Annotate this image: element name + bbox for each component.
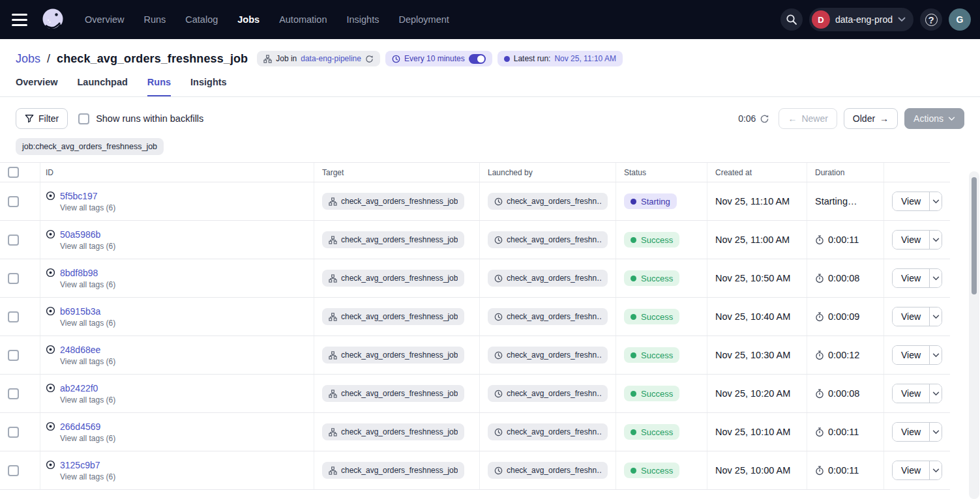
- run-id-link[interactable]: 8bdf8b98: [60, 268, 98, 278]
- row-menu-button[interactable]: [929, 307, 942, 326]
- launched-by-pill[interactable]: check_avg_orders_freshn…: [488, 193, 608, 210]
- job-graph-icon: [329, 274, 337, 283]
- filter-button[interactable]: Filter: [16, 108, 68, 129]
- older-button[interactable]: Older →: [844, 108, 898, 129]
- reload-icon[interactable]: [365, 55, 374, 63]
- nav-item-runs[interactable]: Runs: [143, 14, 166, 25]
- launched-by-pill[interactable]: check_avg_orders_freshn…: [488, 462, 608, 479]
- target-pill[interactable]: check_avg_orders_freshness_job: [322, 270, 464, 287]
- view-all-tags-link[interactable]: View all tags (6): [60, 280, 115, 289]
- backfills-checkbox[interactable]: [78, 113, 89, 124]
- target-pill[interactable]: check_avg_orders_freshness_job: [322, 193, 464, 210]
- table-row: ab2422f0 View all tags (6) check_avg_ord…: [0, 375, 950, 413]
- run-id-link[interactable]: ab2422f0: [60, 383, 98, 393]
- pipeline-link[interactable]: data-eng-pipeline: [301, 54, 361, 63]
- view-run-button[interactable]: View: [893, 192, 929, 210]
- view-run-button[interactable]: View: [893, 384, 929, 403]
- launched-by-pill[interactable]: check_avg_orders_freshn…: [488, 270, 608, 287]
- launched-by-pill-label: check_avg_orders_freshn…: [507, 389, 601, 398]
- search-button[interactable]: [780, 8, 803, 31]
- row-checkbox[interactable]: [8, 465, 19, 476]
- target-pill[interactable]: check_avg_orders_freshness_job: [322, 308, 464, 325]
- clock-icon: [494, 466, 503, 475]
- row-checkbox[interactable]: [8, 196, 19, 207]
- run-id-link[interactable]: 266d4569: [60, 421, 100, 432]
- dagster-logo-icon[interactable]: [39, 6, 67, 33]
- run-id-link[interactable]: 3125c9b7: [60, 460, 100, 470]
- breadcrumb-jobs-link[interactable]: Jobs: [16, 52, 40, 66]
- run-id-link[interactable]: 248d68ee: [60, 345, 100, 355]
- view-all-tags-link[interactable]: View all tags (6): [60, 242, 115, 251]
- latest-run-time-link[interactable]: Nov 25, 11:10 AM: [554, 54, 616, 63]
- help-button[interactable]: ?: [920, 8, 942, 31]
- view-run-button[interactable]: View: [893, 461, 929, 479]
- target-pill[interactable]: check_avg_orders_freshness_job: [322, 231, 464, 248]
- nav-item-overview[interactable]: Overview: [85, 14, 124, 25]
- status-label: Success: [641, 312, 673, 322]
- run-id-link[interactable]: 5f5bc197: [60, 191, 98, 201]
- nav-item-jobs[interactable]: Jobs: [237, 14, 260, 25]
- nav-item-catalog[interactable]: Catalog: [185, 14, 218, 25]
- view-all-tags-link[interactable]: View all tags (6): [60, 434, 115, 443]
- row-checkbox[interactable]: [8, 273, 19, 284]
- run-target-icon: [46, 306, 55, 316]
- nav-item-deployment[interactable]: Deployment: [398, 14, 449, 25]
- view-all-tags-link[interactable]: View all tags (6): [60, 319, 115, 328]
- tab-insights[interactable]: Insights: [190, 77, 227, 96]
- view-run-button[interactable]: View: [893, 346, 929, 364]
- view-all-tags-link[interactable]: View all tags (6): [60, 472, 115, 481]
- newer-button[interactable]: ← Newer: [779, 108, 837, 129]
- row-checkbox[interactable]: [8, 311, 19, 322]
- row-menu-button[interactable]: [929, 269, 942, 287]
- tab-overview[interactable]: Overview: [16, 77, 58, 96]
- backfills-checkbox-row[interactable]: Show runs within backfills: [78, 113, 203, 124]
- job-filter-tag[interactable]: job:check_avg_orders_freshness_job: [16, 138, 164, 155]
- launched-by-pill[interactable]: check_avg_orders_freshn…: [488, 347, 608, 364]
- user-avatar[interactable]: G: [949, 8, 971, 31]
- view-all-tags-link[interactable]: View all tags (6): [60, 395, 115, 405]
- row-menu-button[interactable]: [929, 192, 942, 210]
- launched-by-pill[interactable]: check_avg_orders_freshn…: [488, 231, 608, 248]
- view-run-button[interactable]: View: [893, 269, 929, 287]
- schedule-toggle[interactable]: [469, 54, 486, 64]
- table-row: 3125c9b7 View all tags (6) check_avg_ord…: [0, 451, 950, 490]
- view-run-button[interactable]: View: [893, 231, 929, 249]
- actions-button[interactable]: Actions: [904, 108, 964, 129]
- tab-launchpad[interactable]: Launchpad: [78, 77, 128, 96]
- row-menu-button[interactable]: [929, 346, 942, 364]
- vertical-scrollbar-thumb[interactable]: [972, 177, 977, 294]
- tab-runs[interactable]: Runs: [147, 77, 171, 96]
- view-all-tags-link[interactable]: View all tags (6): [60, 357, 115, 366]
- row-actions: View: [892, 307, 942, 326]
- select-all-checkbox[interactable]: [8, 167, 19, 178]
- row-menu-button[interactable]: [929, 423, 942, 441]
- target-pill[interactable]: check_avg_orders_freshness_job: [322, 462, 464, 479]
- run-id-link[interactable]: b6915b3a: [60, 306, 100, 317]
- status-label: Success: [641, 427, 673, 437]
- status-dot-icon: [631, 391, 636, 397]
- nav-item-automation[interactable]: Automation: [279, 14, 327, 25]
- launched-by-pill[interactable]: check_avg_orders_freshn…: [488, 385, 608, 402]
- row-menu-button[interactable]: [929, 231, 942, 249]
- target-pill[interactable]: check_avg_orders_freshness_job: [322, 347, 464, 364]
- view-all-tags-link[interactable]: View all tags (6): [60, 203, 115, 212]
- workspace-switcher[interactable]: D data-eng-prod: [809, 8, 913, 31]
- launched-by-pill[interactable]: check_avg_orders_freshn…: [488, 308, 608, 325]
- row-checkbox[interactable]: [8, 388, 19, 399]
- row-menu-button[interactable]: [929, 384, 942, 403]
- hamburger-menu-icon[interactable]: [12, 10, 30, 29]
- row-checkbox[interactable]: [8, 235, 19, 246]
- created-at-value: Nov 25, 11:00 AM: [715, 235, 790, 245]
- row-checkbox[interactable]: [8, 427, 19, 438]
- run-id-link[interactable]: 50a5986b: [60, 229, 100, 240]
- nav-item-insights[interactable]: Insights: [346, 14, 379, 25]
- view-run-button[interactable]: View: [893, 423, 929, 441]
- row-checkbox[interactable]: [8, 350, 19, 361]
- launched-by-pill[interactable]: check_avg_orders_freshn…: [488, 423, 608, 440]
- vertical-scrollbar-track[interactable]: [969, 171, 979, 499]
- row-menu-button[interactable]: [929, 461, 942, 479]
- view-run-button[interactable]: View: [893, 307, 929, 326]
- refresh-icon[interactable]: [760, 114, 769, 124]
- target-pill[interactable]: check_avg_orders_freshness_job: [322, 385, 464, 402]
- target-pill[interactable]: check_avg_orders_freshness_job: [322, 423, 464, 440]
